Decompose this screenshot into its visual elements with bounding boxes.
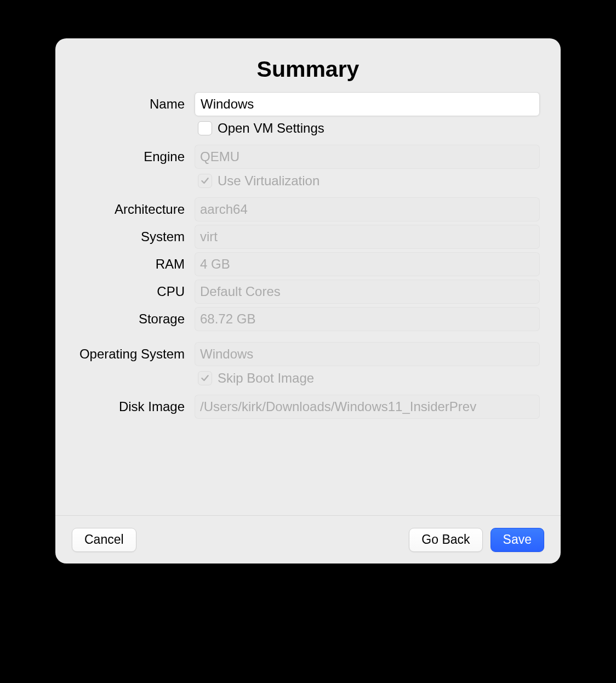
disk-image-field bbox=[195, 395, 540, 419]
row-disk-image: Disk Image bbox=[55, 395, 540, 419]
row-system: System bbox=[55, 225, 540, 249]
storage-field bbox=[195, 307, 540, 331]
scroll-area: Name Open VM Settings Engine bbox=[55, 92, 561, 515]
bottom-padding bbox=[55, 422, 540, 444]
row-engine: Engine bbox=[55, 145, 540, 169]
engine-label: Engine bbox=[55, 149, 187, 164]
system-field bbox=[195, 225, 540, 249]
dialog-title: Summary bbox=[55, 38, 561, 92]
open-vm-settings-label: Open VM Settings bbox=[218, 121, 324, 136]
os-field bbox=[195, 342, 540, 366]
row-name: Name bbox=[55, 92, 540, 116]
cancel-button[interactable]: Cancel bbox=[72, 528, 136, 552]
checkbox-icon bbox=[198, 121, 212, 135]
row-ram: RAM bbox=[55, 252, 540, 276]
checkbox-checked-icon bbox=[198, 371, 212, 385]
architecture-field bbox=[195, 197, 540, 221]
summary-dialog: Summary Name Open VM Settings Engine bbox=[55, 38, 561, 564]
name-input[interactable] bbox=[195, 92, 540, 116]
disk-image-label: Disk Image bbox=[55, 399, 187, 414]
open-vm-settings-row[interactable]: Open VM Settings bbox=[198, 121, 540, 136]
form-scroll[interactable]: Name Open VM Settings Engine bbox=[55, 92, 544, 515]
ram-label: RAM bbox=[55, 257, 187, 272]
checkbox-checked-icon bbox=[198, 174, 212, 188]
divider bbox=[55, 334, 540, 342]
ram-field bbox=[195, 252, 540, 276]
go-back-button[interactable]: Go Back bbox=[409, 528, 482, 552]
os-label: Operating System bbox=[55, 346, 187, 362]
architecture-label: Architecture bbox=[55, 202, 187, 217]
skip-boot-row: Skip Boot Image bbox=[198, 371, 540, 386]
row-cpu: CPU bbox=[55, 280, 540, 304]
engine-field bbox=[195, 145, 540, 169]
row-architecture: Architecture bbox=[55, 197, 540, 221]
dialog-footer: Cancel Go Back Save bbox=[55, 515, 561, 564]
row-os: Operating System bbox=[55, 342, 540, 366]
cpu-label: CPU bbox=[55, 284, 187, 299]
system-label: System bbox=[55, 229, 187, 244]
skip-boot-label: Skip Boot Image bbox=[218, 371, 314, 386]
row-storage: Storage bbox=[55, 307, 540, 331]
storage-label: Storage bbox=[55, 311, 187, 327]
cpu-field bbox=[195, 280, 540, 304]
name-label: Name bbox=[55, 96, 187, 112]
save-button[interactable]: Save bbox=[490, 528, 544, 552]
use-virtualization-label: Use Virtualization bbox=[218, 173, 320, 189]
use-virtualization-row: Use Virtualization bbox=[198, 173, 540, 189]
